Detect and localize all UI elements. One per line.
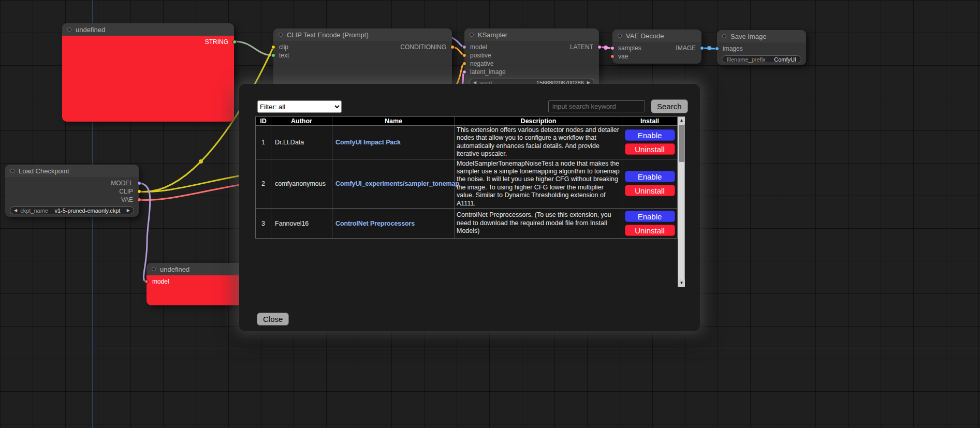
scroll-down-icon[interactable]: ▼ <box>678 279 685 287</box>
cell-description: This extension offers various detector n… <box>455 126 622 159</box>
output-slot-string[interactable] <box>232 40 237 44</box>
input-slot-negative[interactable] <box>462 62 466 66</box>
node-title-bar[interactable]: CLIP Text Encode (Prompt) <box>273 28 452 41</box>
input-slot-text[interactable] <box>271 53 275 57</box>
input-slot-model[interactable] <box>144 279 149 284</box>
output-label-image: IMAGE <box>676 45 696 52</box>
cell-author: Fannovel16 <box>271 209 332 239</box>
extension-table: ID Author Name Description Install 1 Dr.… <box>255 116 678 239</box>
input-label-model: model <box>470 43 487 51</box>
node-vae-decode[interactable]: VAE Decode samples IMAGE vae <box>612 29 701 64</box>
uninstall-button[interactable]: Uninstall <box>625 143 675 155</box>
node-title: VAE Decode <box>626 32 664 40</box>
ckpt-name-widget[interactable]: ◀ ckpt_name v1-5-pruned-emaonly.ckpt ▶ <box>10 206 134 214</box>
input-label-latent-image: latent_image <box>470 68 506 76</box>
node-title-bar[interactable]: Save Image <box>717 30 806 42</box>
input-slot-positive[interactable] <box>462 53 466 57</box>
table-row: 1 Dr.Lt.Data ComfyUI Impact Pack This ex… <box>256 126 678 159</box>
ckpt-name-value: v1-5-pruned-emaonly.ckpt <box>51 208 124 214</box>
extension-list-scroll-area: ID Author Name Description Install 1 Dr.… <box>255 116 685 287</box>
col-header-id: ID <box>256 117 271 126</box>
wire-dot-clip <box>199 159 203 164</box>
filename-prefix-widget[interactable]: filename_prefix ComfyUI <box>722 55 801 63</box>
filename-prefix-label: filename_prefix <box>727 56 766 63</box>
node-title-bar[interactable]: undefined <box>62 23 234 36</box>
node-title-bar[interactable]: VAE Decode <box>612 29 701 42</box>
table-header-row: ID Author Name Description Install <box>256 117 678 126</box>
search-button[interactable]: Search <box>651 99 688 113</box>
node-title: CLIP Text Encode (Prompt) <box>287 31 369 39</box>
wire-dot-image <box>707 46 711 50</box>
widget-left-arrow-icon[interactable]: ◀ <box>14 208 17 213</box>
input-label-images: images <box>723 45 743 52</box>
input-label-samples: samples <box>618 45 641 52</box>
workflow-canvas[interactable]: undefined STRING CLIP Text Encode (Promp… <box>0 0 980 428</box>
cell-author: comfyanonymous <box>271 159 332 208</box>
extension-link[interactable]: ComfyUI_experiments/sampler_tonemap <box>335 180 459 187</box>
table-row: 2 comfyanonymous ComfyUI_experiments/sam… <box>256 159 678 208</box>
node-title: undefined <box>160 265 189 273</box>
output-label-latent: LATENT <box>570 43 593 51</box>
extension-link[interactable]: ControlNet Preprocessors <box>335 220 415 227</box>
output-slot-image[interactable] <box>700 46 704 50</box>
node-title-bar[interactable]: KSampler <box>464 28 599 41</box>
input-label-text: text <box>279 52 289 59</box>
filter-select[interactable]: Filter: all <box>257 100 342 113</box>
widget-right-arrow-icon[interactable]: ▶ <box>127 208 130 213</box>
input-slot-latent-image[interactable] <box>462 70 466 74</box>
node-title: Load Checkpoint <box>19 167 69 175</box>
input-slot-clip[interactable] <box>271 45 275 49</box>
output-label-clip: CLIP <box>119 188 133 195</box>
output-label-model: MODEL <box>111 180 133 187</box>
filename-prefix-value: ComfyUI <box>769 56 796 63</box>
wire-string-to-text <box>234 41 273 55</box>
output-slot-conditioning[interactable] <box>450 45 455 49</box>
node-collapse-icon[interactable] <box>279 33 283 37</box>
search-input[interactable] <box>548 100 645 112</box>
input-slot-images[interactable] <box>715 47 719 51</box>
node-collapse-icon[interactable] <box>722 34 726 38</box>
input-slot-vae[interactable] <box>610 54 615 58</box>
close-button[interactable]: Close <box>257 313 289 326</box>
col-header-name: Name <box>332 117 455 126</box>
node-title: Save Image <box>730 33 766 40</box>
input-label-model: model <box>152 278 169 285</box>
col-header-description: Description <box>455 117 622 126</box>
col-header-install: Install <box>622 117 678 126</box>
uninstall-button[interactable]: Uninstall <box>625 225 675 236</box>
enable-button[interactable]: Enable <box>625 129 675 141</box>
node-collapse-icon[interactable] <box>67 27 71 32</box>
col-header-author: Author <box>271 117 332 126</box>
output-label-vae: VAE <box>121 196 133 203</box>
node-title-bar[interactable]: Load Checkpoint <box>5 165 139 177</box>
enable-button[interactable]: Enable <box>625 171 675 182</box>
output-slot-model[interactable] <box>137 181 141 185</box>
uninstall-button[interactable]: Uninstall <box>625 185 675 196</box>
cell-id: 1 <box>256 126 271 159</box>
output-label-conditioning: CONDITIONING <box>400 43 446 51</box>
scroll-up-icon[interactable]: ▲ <box>678 117 685 124</box>
enable-button[interactable]: Enable <box>625 211 675 222</box>
custom-nodes-manager-dialog: Filter: all Search ID Author Name Descri… <box>239 84 700 331</box>
cell-id: 3 <box>256 209 271 239</box>
table-row: 3 Fannovel16 ControlNet Preprocessors Co… <box>256 209 678 239</box>
extension-link[interactable]: ComfyUI Impact Pack <box>335 139 401 146</box>
scrollbar-thumb[interactable] <box>679 125 684 162</box>
cell-id: 2 <box>256 159 271 208</box>
input-slot-samples[interactable] <box>610 46 615 50</box>
node-collapse-icon[interactable] <box>618 34 622 38</box>
output-slot-latent[interactable] <box>597 45 602 49</box>
table-scrollbar[interactable]: ▲ ▼ <box>678 116 685 287</box>
output-slot-vae[interactable] <box>137 198 141 202</box>
node-save-image[interactable]: Save Image images filename_prefix ComfyU… <box>717 30 806 65</box>
input-label-positive: positive <box>470 52 491 59</box>
cell-description: ControlNet Preprocessors. (To use this e… <box>455 209 622 239</box>
node-collapse-icon[interactable] <box>10 169 14 173</box>
output-slot-clip[interactable] <box>137 189 141 194</box>
node-undefined-top[interactable]: undefined STRING <box>62 23 234 122</box>
input-label-negative: negative <box>470 60 493 67</box>
node-collapse-icon[interactable] <box>470 33 474 37</box>
node-collapse-icon[interactable] <box>152 267 156 271</box>
input-slot-model[interactable] <box>462 45 466 49</box>
node-load-checkpoint[interactable]: Load Checkpoint MODEL CLIP VAE ◀ ckpt_na… <box>5 165 139 217</box>
